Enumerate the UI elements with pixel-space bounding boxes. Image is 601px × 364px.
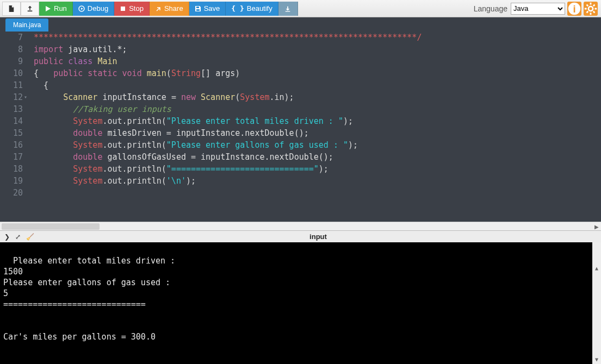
code-line[interactable]: Scanner inputInstance = new Scanner(Syst… [34, 91, 601, 103]
info-button[interactable]: i [567, 2, 581, 16]
save-label: Save [204, 4, 220, 12]
download-icon [284, 5, 291, 12]
toolbar: Run Debug Stop Share Save { } Beautify L… [0, 0, 601, 17]
share-label: Share [164, 4, 183, 12]
stop-label: Stop [129, 4, 144, 12]
console-text: Please enter total miles driven : 1500 P… [3, 256, 180, 342]
svg-rect-4 [196, 9, 200, 11]
svg-rect-3 [196, 7, 199, 8]
code-line[interactable]: ****************************************… [34, 32, 601, 43]
console-toolbar: ❯ ⤢ 🧹 input [0, 230, 601, 242]
svg-text:i: i [573, 3, 575, 15]
svg-rect-0 [28, 10, 33, 11]
debug-label: Debug [88, 4, 108, 12]
upload-icon [27, 5, 33, 12]
tab-bar: Main.java [0, 17, 601, 32]
code-line[interactable]: double gallonsOfGasUsed = inputInstance.… [34, 151, 601, 163]
debug-icon [78, 5, 85, 12]
scroll-right-arrow[interactable]: ▶ [592, 222, 601, 231]
code-content[interactable]: ****************************************… [34, 32, 601, 187]
scroll-thumb[interactable] [2, 223, 100, 230]
editor-horizontal-scrollbar[interactable]: ◀ ▶ [0, 222, 601, 230]
save-icon [195, 5, 201, 12]
code-line[interactable]: //Taking user inputs [34, 103, 601, 115]
info-icon: i [567, 2, 581, 16]
share-button[interactable]: Share [150, 2, 189, 16]
code-line[interactable]: { public static void main(String[] args) [34, 67, 601, 79]
stop-button[interactable]: Stop [114, 2, 150, 16]
code-line[interactable]: System.out.println("====================… [34, 163, 601, 175]
console-vertical-scrollbar[interactable]: ▲ ▼ [592, 242, 601, 364]
code-line[interactable]: System.out.println("Please enter gallons… [34, 139, 601, 151]
stop-icon [120, 5, 126, 12]
code-line[interactable]: double milesDriven = inputInstance.nextD… [34, 127, 601, 139]
gear-icon [584, 2, 598, 16]
beautify-button[interactable]: { } Beautify [226, 2, 278, 16]
svg-point-8 [588, 6, 593, 10]
run-button[interactable]: Run [39, 2, 73, 16]
braces-icon: { } [231, 4, 244, 12]
language-label: Language [474, 4, 507, 13]
console-output[interactable]: Please enter total miles driven : 1500 P… [0, 242, 601, 364]
code-line[interactable]: System.out.println("Please enter total m… [34, 115, 601, 127]
console-title: input [40, 233, 597, 241]
play-icon [45, 5, 51, 12]
svg-rect-5 [286, 11, 290, 11]
console-collapse-icon[interactable]: ❯ [4, 233, 10, 241]
svg-rect-2 [121, 7, 125, 11]
beautify-label: Beautify [247, 4, 272, 12]
code-line[interactable]: System.out.println('\n'); [34, 175, 601, 187]
share-icon [155, 5, 162, 12]
save-button[interactable]: Save [189, 2, 226, 16]
settings-button[interactable] [584, 2, 598, 16]
code-line[interactable]: public class Main [34, 55, 601, 67]
file-icon [8, 5, 15, 12]
run-label: Run [54, 4, 67, 12]
scroll-up-arrow[interactable]: ▲ [592, 264, 601, 273]
code-line[interactable]: { [34, 79, 601, 91]
console-expand-icon[interactable]: ⤢ [15, 233, 21, 241]
scroll-down-arrow[interactable]: ▼ [592, 355, 601, 364]
console-clear-icon[interactable]: 🧹 [26, 233, 34, 241]
new-file-button[interactable] [2, 2, 21, 16]
upload-button[interactable] [21, 2, 39, 16]
debug-button[interactable]: Debug [73, 2, 114, 16]
code-line[interactable]: import java.util.*; [34, 43, 601, 55]
download-button[interactable] [278, 2, 298, 16]
language-select[interactable]: Java [511, 3, 565, 15]
code-editor[interactable]: 789101112▾1314151617181920 *************… [0, 32, 601, 222]
tab-main-java[interactable]: Main.java [5, 18, 48, 32]
line-gutter: 789101112▾1314151617181920 [0, 32, 32, 199]
